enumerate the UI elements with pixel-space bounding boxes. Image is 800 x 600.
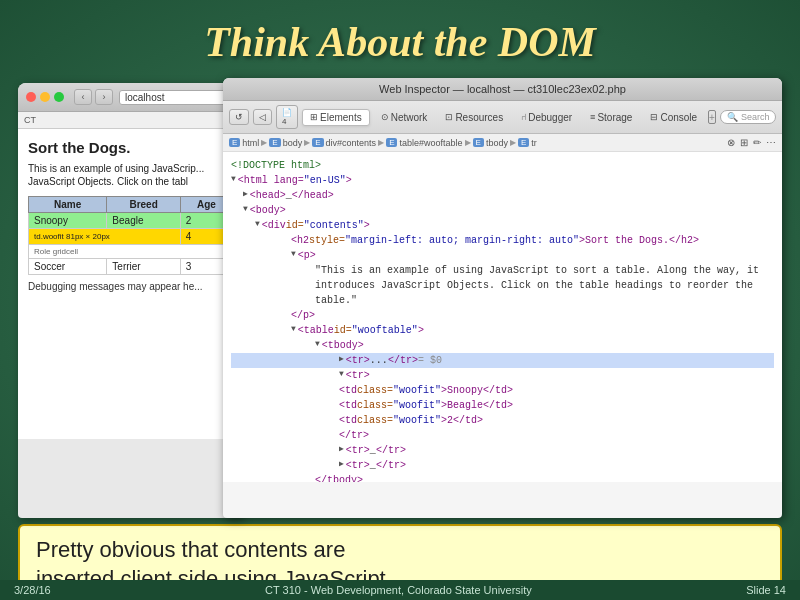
tab-storage-label: Storage	[597, 112, 632, 123]
page-heading: Sort the Dogs.	[28, 139, 233, 156]
table-row[interactable]: Snoopy Beagle 2	[29, 213, 233, 229]
slide-footer: 3/28/16 CT 310 - Web Development, Colora…	[0, 580, 800, 600]
storage-icon: ≡	[590, 112, 595, 122]
page-intro: This is an example of using JavaScrip...…	[28, 162, 233, 188]
doc-count: 📄 4	[276, 105, 298, 129]
traffic-lights	[26, 92, 64, 102]
console-icon: ⊟	[650, 112, 658, 122]
footer-course: CT 310 - Web Development, Colorado State…	[265, 584, 532, 596]
tab-resources[interactable]: ⊡ Resources	[438, 110, 510, 125]
code-line: <!DOCTYPE html>	[231, 158, 774, 173]
tab-resources-label: Resources	[455, 112, 503, 123]
cell-breed: Beagle	[107, 213, 180, 229]
address-bar[interactable]: localhost	[119, 90, 235, 105]
code-line: <td class="woofit">2</td>	[231, 413, 774, 428]
edit-icon[interactable]: ✏	[753, 137, 761, 148]
cell-info: td.woofit 81px × 20px	[29, 229, 181, 245]
bc-tr[interactable]: tr	[531, 138, 537, 148]
filter-icon[interactable]: ⊗	[727, 137, 735, 148]
footer-slide: Slide 14	[746, 584, 786, 596]
bc-tbody[interactable]: tbody	[486, 138, 508, 148]
footer-date: 3/28/16	[14, 584, 51, 596]
forward-button[interactable]: ›	[95, 89, 113, 105]
content-area: ‹ › localhost CT Sort the Dogs. This is …	[0, 78, 800, 518]
code-line: ▼<body>	[231, 203, 774, 218]
code-line: <h2 style="margin-left: auto; margin-rig…	[231, 233, 774, 248]
search-box[interactable]: 🔍 Search	[720, 110, 777, 124]
bc-body[interactable]: body	[283, 138, 303, 148]
tab-network-label: Network	[391, 112, 428, 123]
tab-debugger-label: Debugger	[528, 112, 572, 123]
tab-console-label: Console	[660, 112, 697, 123]
browser-nav: ‹ ›	[74, 89, 113, 105]
debug-message: Debugging messages may appear he...	[28, 281, 233, 292]
debugger-icon: ⑁	[521, 112, 526, 122]
code-line: <td class="woofit">Snoopy</td>	[231, 383, 774, 398]
table-row[interactable]: Soccer Terrier 3	[29, 259, 233, 275]
resources-icon: ⊡	[445, 112, 453, 122]
browser-titlebar: ‹ › localhost	[18, 83, 243, 112]
code-line: </tbody>	[231, 473, 774, 482]
bc-table[interactable]: table#wooftable	[399, 138, 462, 148]
bc-html[interactable]: html	[242, 138, 259, 148]
inspector-titlebar: Web Inspector — localhost — ct310lec23ex…	[223, 78, 782, 101]
search-placeholder: Search	[741, 112, 770, 122]
add-tab-button[interactable]: +	[708, 110, 716, 124]
maximize-button[interactable]	[54, 92, 64, 102]
code-line: </tr>	[231, 428, 774, 443]
back-button[interactable]: ‹	[74, 89, 92, 105]
cell-role: Role gridcell	[29, 245, 233, 259]
code-line-selected[interactable]: ▶<tr>...</tr> = $0	[231, 353, 774, 368]
tab-elements[interactable]: ⊞ Elements	[302, 109, 370, 126]
bc-div[interactable]: div#contents	[326, 138, 377, 148]
code-line: introduces JavaScript Objects. Click on …	[231, 278, 774, 293]
code-line: table."	[231, 293, 774, 308]
cell-name3: Soccer	[29, 259, 107, 275]
bc-e-icon: E	[229, 138, 240, 147]
back-inspector-button[interactable]: ◁	[253, 109, 272, 125]
tab-console[interactable]: ⊟ Console	[643, 110, 704, 125]
tab-elements-label: Elements	[320, 112, 362, 123]
code-line: ▶<tr>_</tr>	[231, 443, 774, 458]
table-row: Role gridcell	[29, 245, 233, 259]
dog-table: Name Breed Age Snoopy Beagle 2 td.woofit…	[28, 196, 233, 275]
col-name[interactable]: Name	[29, 197, 107, 213]
tab-network[interactable]: ⊙ Network	[374, 110, 435, 125]
inspector-toolbar: ↺ ◁ 📄 4 ⊞ Elements ⊙ Network ⊡ Resources	[223, 101, 782, 134]
tab-debugger[interactable]: ⑁ Debugger	[514, 110, 579, 125]
code-line: <td class="woofit">Beagle</td>	[231, 398, 774, 413]
browser-tab-bar: CT	[18, 112, 243, 129]
tab-storage[interactable]: ≡ Storage	[583, 110, 639, 125]
network-icon: ⊙	[381, 112, 389, 122]
code-line: "This is an example of using JavaScript …	[231, 263, 774, 278]
search-icon: 🔍	[727, 112, 738, 122]
inspector-title: Web Inspector — localhost — ct310lec23ex…	[379, 83, 626, 95]
browser-window: ‹ › localhost CT Sort the Dogs. This is …	[18, 83, 243, 518]
code-line: ▼<html lang="en-US">	[231, 173, 774, 188]
grid-icon[interactable]: ⊞	[740, 137, 748, 148]
breadcrumb-bar: E html ▶ E body ▶ E div#contents ▶ E tab…	[223, 134, 782, 152]
table-row[interactable]: td.woofit 81px × 20px 4	[29, 229, 233, 245]
browser-tab[interactable]: CT	[24, 115, 36, 125]
inspector-window: Web Inspector — localhost — ct310lec23ex…	[223, 78, 782, 518]
elements-icon: ⊞	[310, 112, 318, 122]
code-line: ▼<div id="contents">	[231, 218, 774, 233]
code-line: ▼<tbody>	[231, 338, 774, 353]
cell-breed3: Terrier	[107, 259, 180, 275]
close-button[interactable]	[26, 92, 36, 102]
code-line: ▼<table id="wooftable">	[231, 323, 774, 338]
cell-name: Snoopy	[29, 213, 107, 229]
more-icon[interactable]: ⋯	[766, 137, 776, 148]
slide-title: Think About the DOM	[0, 0, 800, 78]
col-breed[interactable]: Breed	[107, 197, 180, 213]
code-line: </p>	[231, 308, 774, 323]
reload-button[interactable]: ↺	[229, 109, 249, 125]
code-line: ▶<head>_</head>	[231, 188, 774, 203]
code-line: ▼<tr>	[231, 368, 774, 383]
code-area: <!DOCTYPE html> ▼<html lang="en-US"> ▶<h…	[223, 152, 782, 482]
code-line: ▼<p>	[231, 248, 774, 263]
code-line: ▶<tr>_</tr>	[231, 458, 774, 473]
minimize-button[interactable]	[40, 92, 50, 102]
browser-content: Sort the Dogs. This is an example of usi…	[18, 129, 243, 439]
